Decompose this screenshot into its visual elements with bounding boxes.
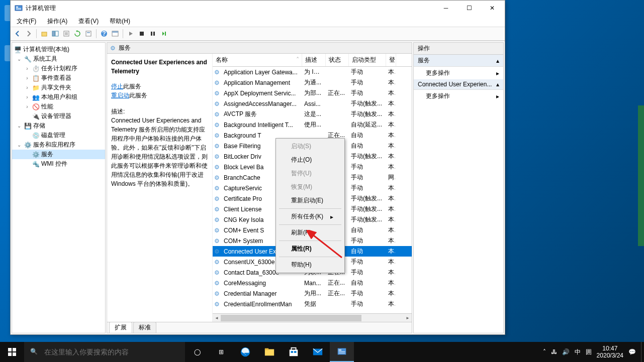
cell-startup: 手动	[348, 268, 385, 277]
stop-service-button[interactable]	[137, 29, 147, 39]
tab-extended[interactable]: 扩展	[109, 322, 132, 333]
tree-shared-folders[interactable]: ›📁共享文件夹	[12, 83, 105, 92]
cell-startup: 自动	[348, 131, 385, 140]
ime-indicator[interactable]: 中	[575, 348, 581, 356]
mail-icon[interactable]	[306, 342, 330, 362]
svg-rect-27	[291, 348, 296, 351]
action-center-icon[interactable]: 💬	[628, 348, 636, 355]
ctx-all-tasks[interactable]: 所有任务(K)▸	[277, 210, 343, 223]
pane-button[interactable]	[110, 29, 120, 39]
service-row[interactable]: ⚙CredentialEnrollmentMan凭据手动本	[213, 299, 412, 309]
volume-icon[interactable]: 🔊	[562, 348, 570, 355]
col-desc[interactable]: 描述	[302, 54, 326, 66]
tree-wmi[interactable]: 🔩WMI 控件	[12, 159, 105, 169]
tree-system-tools[interactable]: ⌄🔧系统工具	[12, 54, 105, 64]
edge-icon[interactable]	[233, 342, 257, 362]
service-row[interactable]: ⚙Application Management为通...手动本	[213, 77, 412, 88]
pause-service-button[interactable]	[148, 29, 158, 39]
restart-service-button[interactable]	[159, 29, 169, 39]
svg-rect-15	[151, 32, 152, 36]
ctx-refresh[interactable]: 刷新(F)	[277, 226, 343, 239]
taskbar[interactable]: 🔍 ◯ ⊞ ˄ 🖧 🔊 中 囲 10:47 2020/3/24 💬	[0, 342, 644, 362]
minimize-button[interactable]: ─	[434, 1, 457, 16]
horizontal-scrollbar[interactable]: ◄►	[213, 313, 412, 322]
tree-root[interactable]: 🖥️计算机管理(本地)	[12, 45, 105, 54]
close-button[interactable]: ✕	[481, 1, 504, 16]
tree-storage[interactable]: ⌄💾存储	[12, 121, 105, 131]
taskbar-search-input[interactable]	[24, 342, 185, 362]
cell-logon: 本	[385, 99, 395, 108]
service-row[interactable]: ⚙Application Layer Gatewa...为 In...手动本	[213, 67, 412, 77]
taskbar-app-compmgmt[interactable]	[330, 342, 354, 362]
taskbar-clock[interactable]: 10:47 2020/3/24	[597, 345, 623, 359]
col-name[interactable]: 名称 ^	[213, 54, 302, 66]
titlebar[interactable]: 计算机管理 ─ ☐ ✕	[11, 1, 505, 16]
navigation-tree[interactable]: 🖥️计算机管理(本地) ⌄🔧系统工具 ›⏱️任务计划程序 ›📋事件查看器 ›📁共…	[12, 42, 106, 333]
tab-standard[interactable]: 标准	[133, 322, 156, 333]
gear-icon: ⚙	[213, 280, 221, 287]
cell-desc: 这是...	[301, 110, 325, 118]
ctx-stop[interactable]: 停止(O)	[277, 153, 343, 167]
menu-action[interactable]: 操作(A)	[44, 16, 70, 27]
store-icon[interactable]	[282, 342, 306, 362]
properties-icon[interactable]	[83, 29, 94, 39]
service-row[interactable]: ⚙Credential Manager为用...正在...手动本	[213, 288, 412, 299]
tree-event-viewer[interactable]: ›📋事件查看器	[12, 73, 105, 83]
tray-chevron-icon[interactable]: ˄	[543, 348, 546, 355]
up-button[interactable]	[39, 29, 49, 39]
service-row[interactable]: ⚙CoreMessagingMan...正在...自动本	[213, 278, 412, 288]
ctx-help[interactable]: 帮助(H)	[277, 258, 343, 272]
svg-rect-33	[339, 351, 345, 352]
computer-management-window: 计算机管理 ─ ☐ ✕ 文件(F) 操作(A) 查看(V) 帮助(H) ? 🖥️…	[10, 0, 505, 335]
refresh-icon[interactable]	[72, 29, 82, 39]
menu-view[interactable]: 查看(V)	[75, 16, 102, 27]
col-logon[interactable]: 登	[386, 54, 396, 66]
ctx-restart[interactable]: 重新启动(E)	[277, 194, 343, 207]
cortana-button[interactable]: ◯	[185, 342, 209, 362]
service-row[interactable]: ⚙AVCTP 服务这是...手动(触发...本	[213, 109, 412, 119]
back-button[interactable]	[13, 29, 23, 39]
svg-rect-6	[55, 31, 58, 36]
export-button[interactable]	[61, 29, 71, 39]
forward-button[interactable]	[24, 29, 34, 39]
actions-more-2[interactable]: 更多操作▸	[414, 90, 503, 102]
list-header[interactable]: 名称 ^ 描述 状态 启动类型 登	[213, 54, 412, 67]
tree-task-scheduler[interactable]: ›⏱️任务计划程序	[12, 64, 105, 73]
task-view-button[interactable]: ⊞	[209, 342, 233, 362]
service-row[interactable]: ⚙Background Intelligent T...使用...自动(延迟..…	[213, 119, 412, 130]
tree-local-users[interactable]: ›👥本地用户和组	[12, 92, 105, 102]
menu-help[interactable]: 帮助(H)	[107, 16, 133, 27]
start-service-button[interactable]	[126, 29, 136, 39]
tree-services[interactable]: ⚙️服务	[12, 150, 105, 159]
cell-logon: 本	[385, 268, 395, 277]
tree-disk-management[interactable]: 💿磁盘管理	[12, 131, 105, 140]
tree-device-manager[interactable]: 🔌设备管理器	[12, 111, 105, 121]
ctx-properties[interactable]: 属性(R)	[277, 242, 343, 256]
actions-more-1[interactable]: 更多操作▸	[414, 67, 503, 79]
show-desktop-button[interactable]	[641, 342, 644, 362]
col-status[interactable]: 状态	[326, 54, 349, 66]
service-row[interactable]: ⚙AssignedAccessManager...Assi...手动(触发...…	[213, 98, 412, 109]
cell-name: AppX Deployment Servic...	[221, 90, 301, 97]
show-hide-button[interactable]	[50, 29, 60, 39]
cell-startup: 手动(触发...	[348, 152, 385, 161]
start-button[interactable]	[0, 342, 24, 362]
help-icon[interactable]: ?	[99, 29, 109, 39]
network-icon[interactable]: 🖧	[551, 348, 557, 355]
explorer-icon[interactable]	[257, 342, 282, 362]
col-startup[interactable]: 启动类型	[349, 54, 386, 66]
cell-startup: 手动(触发...	[348, 205, 385, 213]
ime-mode[interactable]: 囲	[586, 348, 592, 356]
service-row[interactable]: ⚙AppX Deployment Servic...为部...正在...手动本	[213, 88, 412, 98]
restart-service-link[interactable]: 重启动	[111, 92, 129, 99]
actions-section-services[interactable]: 服务▴	[414, 55, 503, 67]
cell-startup: 自动(延迟...	[348, 120, 385, 129]
cell-startup: 自动	[348, 226, 385, 234]
tree-services-apps[interactable]: ⌄⚙️服务和应用程序	[12, 140, 105, 150]
tree-performance[interactable]: ›🚫性能	[12, 102, 105, 111]
menu-file[interactable]: 文件(F)	[14, 16, 39, 27]
actions-section-selected[interactable]: Connected User Experien...▴	[414, 79, 503, 90]
system-tray[interactable]: ˄ 🖧 🔊 中 囲 10:47 2020/3/24 💬	[538, 345, 641, 359]
maximize-button[interactable]: ☐	[457, 1, 481, 16]
stop-service-link[interactable]: 停止	[111, 83, 123, 90]
